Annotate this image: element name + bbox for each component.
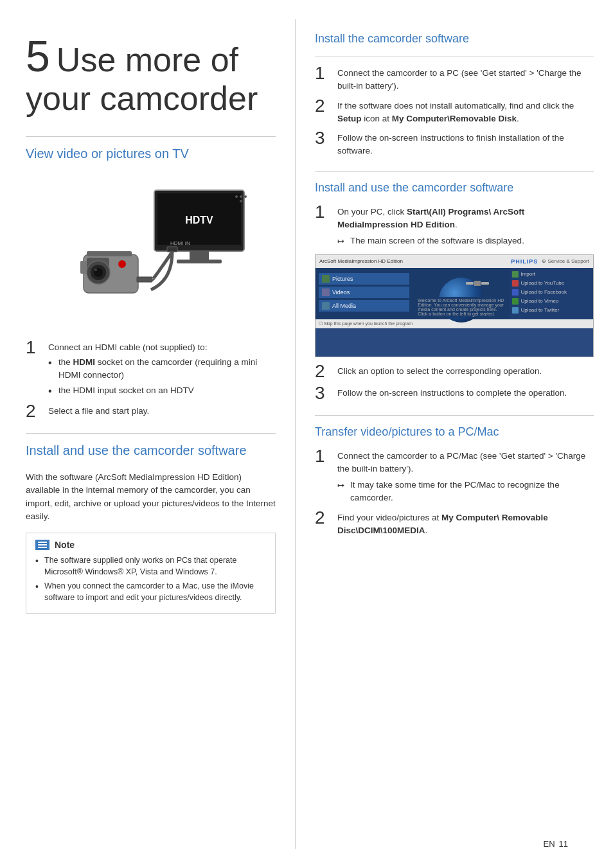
step-transfer-2-num: 2	[315, 509, 337, 527]
step-install-1-text: Connect the camcorder to a PC (see 'Get …	[337, 67, 594, 93]
step-install-1: 1 Connect the camcorder to a PC (see 'Ge…	[315, 67, 594, 93]
ss-satellite	[465, 274, 490, 294]
svg-point-9	[235, 195, 238, 198]
step-install-2-bold2: My Computer\Removable Disk	[392, 114, 517, 123]
page-number: 11	[559, 839, 568, 849]
step-use-1: 1 On your PC, click Start\(All) Programs…	[315, 206, 594, 248]
ss-title-text: ArcSoft MediaImpression HD Edition	[319, 258, 403, 264]
step-tv-1-bullet2: • the HDMI input socket on an HDTV	[48, 384, 276, 398]
svg-text:HDTV: HDTV	[185, 215, 213, 226]
software-screenshot: ArcSoft MediaImpression HD Edition PHILI…	[315, 254, 594, 357]
step-transfer-1: 1 Connect the camcorder to a PC/Mac (see…	[315, 450, 594, 505]
ss-main-area: Welcome to ArcSoft Medialmmpression HD E…	[413, 268, 510, 319]
step-use-1-plain: On your PC, click	[337, 207, 407, 217]
step-transfer-2: 2 Find your video/pictures at My Compute…	[315, 511, 594, 538]
step-install-3-num: 3	[315, 129, 337, 147]
step-install-1-num: 1	[315, 64, 337, 82]
svg-rect-2	[190, 251, 209, 261]
ss-sidebar: Pictures Videos All Media	[315, 268, 413, 319]
step-tv-1-bullet1: • the HDMI socket on the camcorder (requ…	[48, 356, 276, 382]
ss-sidebar-item-3: All Media	[319, 300, 409, 312]
left-column: 5Use more of your camcorder View video o…	[0, 19, 296, 849]
svg-point-18	[118, 260, 126, 268]
svg-rect-23	[481, 282, 489, 285]
svg-rect-21	[474, 281, 481, 286]
step-tv-1-num: 1	[26, 339, 48, 357]
divider-r3	[315, 415, 594, 416]
step-use-2-num: 2	[315, 362, 337, 380]
hdtv-diagram: HDTV HDMI IN	[26, 174, 276, 328]
step-use-3-text: Follow the on-screen instructions to com…	[337, 387, 594, 400]
note-label: Note	[55, 540, 75, 550]
note-box: Note The software supplied only works on…	[26, 533, 276, 614]
ss-header-bar: ArcSoft MediaImpression HD Edition PHILI…	[315, 255, 593, 268]
section-transfer: Transfer video/pictures to a PC/Mac 1 Co…	[315, 425, 594, 538]
right-column: Install the camcorder software 1 Connect…	[296, 19, 613, 849]
svg-point-10	[240, 200, 242, 202]
hdtv-diagram-svg: HDTV HDMI IN	[48, 177, 254, 325]
section-install-use: Install and use the camcorder software 1…	[315, 181, 594, 402]
section-transfer-heading: Transfer video/pictures to a PC/Mac	[315, 425, 594, 442]
note-bullet-2: When you connect the camcorder to a Mac,…	[35, 581, 266, 603]
section-install-left-heading: Install and use the camcorder software	[26, 443, 276, 461]
note-icon	[35, 540, 49, 550]
step-use-2: 2 Click an option to select the correspo…	[315, 365, 594, 380]
ss-right-panel: Import Upload to YouTube Upload to Faceb…	[510, 268, 593, 319]
step-install-2: 2 If the software does not install autom…	[315, 100, 594, 126]
step-install-2-bold1: Setup	[337, 114, 362, 123]
svg-text:HDMI IN: HDMI IN	[170, 240, 190, 246]
step-tv-2: 2 Select a file and start play.	[26, 405, 276, 420]
svg-rect-17	[137, 277, 152, 282]
step-tv-2-text: Select a file and start play.	[48, 405, 276, 418]
chapter-title: 5Use more of your camcorder	[26, 32, 276, 117]
note-bullets: The software supplied only works on PCs …	[35, 555, 266, 603]
section-install-left: Install and use the camcorder software W…	[26, 443, 276, 614]
step-install-2-num: 2	[315, 97, 337, 115]
step-transfer-1-num: 1	[315, 447, 337, 465]
ss-sidebar-item-2: Videos	[319, 287, 409, 298]
language-label: EN	[543, 839, 555, 849]
svg-point-7	[240, 195, 242, 198]
section-install-use-heading: Install and use the camcorder software	[315, 181, 594, 198]
divider-r1	[315, 57, 594, 57]
ss-philips-logo: PHILIPS	[511, 258, 538, 265]
svg-rect-6	[167, 247, 177, 252]
step-tv-1: 1 Connect an HDMI cable (not supplied) t…	[26, 341, 276, 398]
step-use-3: 3 Follow the on-screen instructions to c…	[315, 387, 594, 402]
section-view-tv-heading: View video or pictures on TV	[26, 146, 276, 164]
step-use-1-num: 1	[315, 203, 337, 221]
ss-sidebar-item-1: Pictures	[319, 273, 409, 285]
svg-point-16	[94, 269, 97, 271]
step-transfer-2-plain: Find your video/pictures at	[337, 513, 441, 522]
step-tv-1-text: Connect an HDMI cable (not supplied) to:	[48, 342, 208, 352]
divider-2	[26, 433, 276, 434]
step-transfer-1-text: Connect the camcorder to a PC/Mac (see '…	[337, 451, 585, 474]
step-tv-2-num: 2	[26, 402, 48, 420]
step-transfer-1-arrow: ↦ It may take some time for the PC/Mac t…	[337, 479, 594, 505]
page-footer: EN 11	[517, 833, 594, 855]
step-use-2-text: Click an option to select the correspond…	[337, 365, 594, 378]
step-install-2-mid: icon at	[362, 114, 392, 123]
svg-point-8	[244, 195, 247, 198]
section-install-software-heading: Install the camcorder software	[315, 32, 594, 49]
step-use-3-num: 3	[315, 384, 337, 402]
step-use-1-arrow: ↦ The main screen of the software is dis…	[337, 235, 594, 248]
divider-r2	[315, 171, 594, 172]
step-install-3: 3 Follow the on-screen instructions to f…	[315, 132, 594, 158]
section-install-software: Install the camcorder software 1 Connect…	[315, 32, 594, 158]
svg-rect-19	[87, 251, 132, 256]
step-install-2-text-plain: If the software does not install automat…	[337, 101, 574, 111]
section-install-desc: With the software (ArcSoft MediaImpressi…	[26, 471, 276, 523]
svg-rect-20	[80, 261, 87, 274]
svg-rect-3	[177, 260, 222, 263]
divider-1	[26, 136, 276, 137]
section-view-tv: View video or pictures on TV HDTV HDMI I…	[26, 146, 276, 420]
step-install-3-text: Follow the on-screen instructions to fin…	[337, 132, 594, 158]
svg-rect-22	[466, 282, 474, 285]
chapter-number: 5	[26, 31, 50, 80]
note-bullet-1: The software supplied only works on PCs …	[35, 555, 266, 578]
